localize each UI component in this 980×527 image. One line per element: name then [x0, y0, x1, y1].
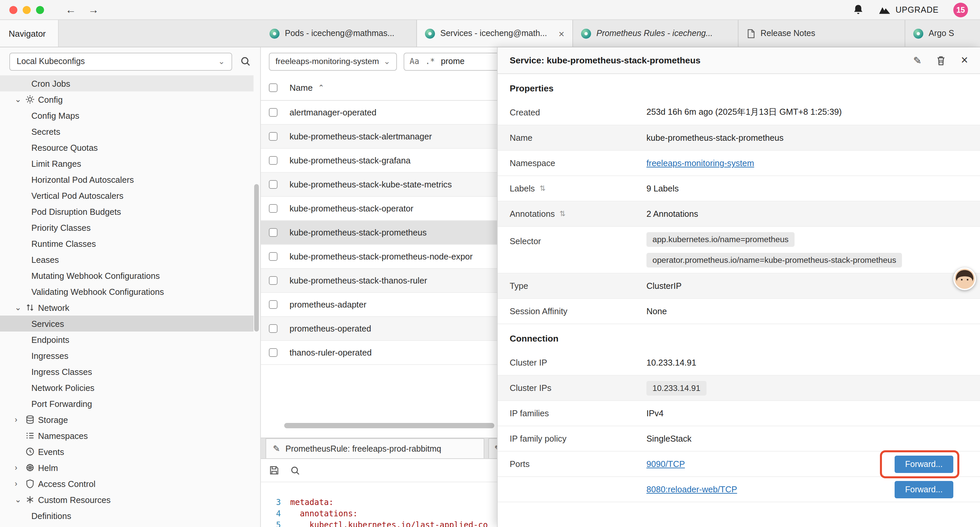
select-all-checkbox[interactable] — [269, 83, 277, 92]
tree-item[interactable]: Services — [0, 315, 253, 331]
row-checkbox[interactable] — [269, 156, 277, 165]
row-checkbox[interactable] — [269, 180, 277, 189]
delete-trash-icon[interactable] — [936, 55, 946, 66]
tree-item[interactable]: ⌄ Custom Resources — [0, 492, 253, 508]
kubernetes-icon — [913, 29, 923, 38]
user-avatar[interactable] — [953, 267, 976, 290]
row-checkbox[interactable] — [269, 348, 277, 357]
notification-count-badge[interactable]: 15 — [953, 2, 968, 17]
forward-port-button[interactable]: Forward... — [894, 481, 953, 498]
expand-sorter-icon[interactable]: ⇅ — [559, 209, 565, 218]
tree-caret-icon[interactable]: ⌄ — [15, 95, 25, 104]
tree-item[interactable]: Definitions — [0, 508, 253, 524]
forward-port-button[interactable]: Forward... — [894, 455, 953, 473]
tree-item[interactable]: Resource Quotas — [0, 139, 253, 155]
row-checkbox[interactable] — [269, 300, 277, 309]
tree-item[interactable]: Priority Classes — [0, 220, 253, 236]
close-icon[interactable]: × — [961, 53, 968, 67]
tree-item-label: Vertical Pod Autoscalers — [31, 191, 123, 201]
tree-item-label: Pod Disruption Budgets — [31, 207, 121, 217]
tree-item-label: Endpoints — [31, 334, 69, 345]
expand-sorter-icon[interactable]: ⇅ — [539, 184, 546, 193]
tree-item[interactable]: Secrets — [0, 123, 253, 139]
namespace-link[interactable]: freeleaps-monitoring-system — [646, 158, 754, 168]
edit-pencil-icon[interactable]: ✎ — [913, 54, 922, 66]
editor-tab[interactable]: ✎ PrometheusRule: freeleaps-prod-rabbitm… — [266, 438, 484, 458]
tree-item[interactable]: Cron Jobs — [0, 75, 253, 91]
tree-item[interactable]: Leases — [0, 252, 253, 267]
kubeconfig-selector[interactable]: Local Kubeconfigs ⌄ — [10, 53, 232, 70]
upgrade-button[interactable]: UPGRADE — [879, 5, 939, 14]
tree-caret-icon[interactable]: › — [15, 479, 25, 488]
tree-caret-icon[interactable]: ⌄ — [15, 495, 25, 504]
sidebar-scrollbar[interactable] — [254, 184, 259, 331]
match-case-toggle[interactable]: Aa — [410, 57, 419, 66]
tree-item[interactable]: Ingresses — [0, 347, 253, 363]
app-window: ← → UPGRADE 15 Navigator Pods - — [0, 0, 980, 527]
regex-toggle[interactable]: .* — [425, 57, 435, 66]
tree-item-label: Helm — [38, 463, 58, 473]
zoom-window-button[interactable] — [36, 6, 44, 14]
line-text: kubectl.kubernetes.io/last-applied-co — [290, 520, 488, 527]
editor-search-icon[interactable] — [290, 465, 300, 475]
detail-row-session-affinity: Session Affinity None — [498, 299, 980, 324]
back-button[interactable]: ← — [63, 4, 79, 15]
name-column-header[interactable]: Name ⌃ — [290, 83, 324, 93]
tree-caret-icon[interactable]: › — [15, 463, 25, 472]
forward-button[interactable]: → — [85, 4, 102, 15]
namespace-selector[interactable]: freeleaps-monitoring-system ⌄ — [269, 53, 397, 70]
tree-item[interactable]: › Storage — [0, 412, 253, 428]
navigator-panel-tab[interactable]: Navigator — [0, 20, 59, 47]
tree-item[interactable]: › Helm — [0, 460, 253, 476]
save-icon[interactable] — [269, 465, 280, 476]
row-checkbox[interactable] — [269, 108, 277, 117]
row-checkbox[interactable] — [269, 228, 277, 237]
horizontal-scrollbar[interactable] — [284, 423, 494, 428]
row-checkbox[interactable] — [269, 132, 277, 141]
minimize-window-button[interactable] — [23, 6, 31, 14]
tree-item[interactable]: Config Maps — [0, 107, 253, 123]
service-name: kube-prometheus-stack-alertmanager — [290, 131, 432, 142]
row-checkbox[interactable] — [269, 204, 277, 213]
tree-item[interactable]: Ingress Classes — [0, 363, 253, 380]
tree-item[interactable]: Port Forwarding — [0, 396, 253, 412]
tree-item-label: Port Forwarding — [31, 399, 92, 409]
tree-item[interactable]: Events — [0, 444, 253, 460]
line-number: 3 — [261, 497, 290, 508]
tree-item[interactable]: Pod Disruption Budgets — [0, 204, 253, 220]
tree-item[interactable]: Namespaces — [0, 428, 253, 444]
row-checkbox[interactable] — [269, 252, 277, 261]
tree-item[interactable]: Endpoints — [0, 331, 253, 347]
tree-item-icon — [25, 463, 38, 472]
sidebar-search-icon[interactable] — [240, 56, 251, 67]
row-checkbox[interactable] — [269, 276, 277, 285]
notifications-bell-icon[interactable] — [853, 4, 864, 15]
tree-item[interactable]: Limit Ranges — [0, 155, 253, 172]
app-tab[interactable]: Pods - icecheng@mathmas... — [261, 20, 417, 47]
search-input[interactable] — [441, 57, 494, 66]
detail-row-annotations[interactable]: Annotations ⇅ 2 Annotations — [498, 201, 980, 227]
tree-item[interactable]: Mutating Webhook Configurations — [0, 267, 253, 283]
app-tab[interactable]: Release Notes — [738, 20, 905, 47]
tree-caret-icon[interactable]: ⌄ — [15, 303, 25, 312]
service-name: kube-prometheus-stack-prometheus-node-ex… — [290, 252, 473, 261]
tree-item[interactable]: Runtime Classes — [0, 236, 253, 252]
tree-item[interactable]: ⌄ Config — [0, 91, 253, 107]
close-window-button[interactable] — [10, 6, 18, 14]
tab-close-icon[interactable]: × — [554, 28, 565, 39]
tree-item[interactable]: Horizontal Pod Autoscalers — [0, 172, 253, 188]
resource-tree: Cron Jobs ⌄ Config — [0, 75, 253, 524]
app-tab[interactable]: Services - icecheng@math... × — [417, 20, 573, 47]
port-link[interactable]: 9090/TCP — [646, 459, 685, 469]
tree-caret-icon[interactable]: › — [15, 415, 25, 424]
row-checkbox[interactable] — [269, 324, 277, 333]
port-link[interactable]: 8080:reloader-web/TCP — [646, 484, 737, 494]
tree-item[interactable]: Validating Webhook Configurations — [0, 283, 253, 299]
detail-row-labels[interactable]: Labels ⇅ 9 Labels — [498, 176, 980, 201]
tree-item[interactable]: Vertical Pod Autoscalers — [0, 188, 253, 204]
tree-item[interactable]: Network Policies — [0, 380, 253, 396]
tree-item[interactable]: › Access Control — [0, 476, 253, 492]
tree-item[interactable]: ⌄ Network — [0, 299, 253, 315]
app-tab[interactable]: Argo S — [905, 20, 980, 47]
app-tab[interactable]: Prometheus Rules - icecheng... — [573, 20, 738, 47]
